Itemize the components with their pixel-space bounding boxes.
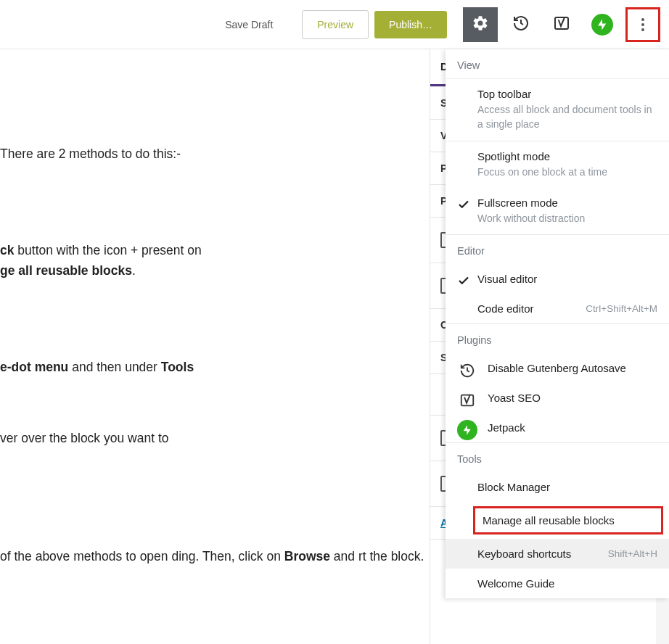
menu-yoast-seo[interactable]: Yoast SEO <box>446 383 669 413</box>
history-icon <box>457 360 477 381</box>
menu-jetpack[interactable]: Jetpack <box>446 413 669 442</box>
content-paragraph: of the above methods to open ding. Then,… <box>0 546 430 566</box>
jetpack-icon <box>457 420 477 440</box>
yoast-icon <box>553 15 570 35</box>
publish-button[interactable]: Publish… <box>374 11 447 38</box>
top-toolbar: Save Draft Preview Publish… <box>0 0 669 49</box>
kebab-icon <box>641 18 644 21</box>
editor-content[interactable]: There are 2 methods to do this:- ck butt… <box>0 49 430 644</box>
gear-icon <box>472 15 489 35</box>
dropdown-section-editor: Editor <box>446 235 669 264</box>
menu-code-editor[interactable]: Code editor Ctrl+Shift+Alt+M <box>446 294 669 323</box>
settings-button[interactable] <box>463 7 498 42</box>
preview-button[interactable]: Preview <box>302 10 369 39</box>
check-icon <box>457 274 470 289</box>
history-icon <box>512 15 530 35</box>
yoast-toolbar-button[interactable] <box>544 7 579 42</box>
menu-keyboard-shortcuts[interactable]: Keyboard shortcuts Shift+Alt+H <box>446 539 669 569</box>
more-options-dropdown: View Top toolbar Access all block and do… <box>446 49 669 598</box>
menu-fullscreen-mode[interactable]: Fullscreen mode Work without distraction <box>446 188 669 234</box>
menu-visual-editor[interactable]: Visual editor <box>446 264 669 294</box>
check-icon <box>457 198 470 213</box>
menu-top-toolbar[interactable]: Top toolbar Access all block and documen… <box>446 79 669 141</box>
menu-disable-autosave[interactable]: Disable Gutenberg Autosave <box>446 353 669 383</box>
content-paragraph: ck button with the icon + present on ge … <box>0 240 430 281</box>
menu-spotlight-mode[interactable]: Spotlight mode Focus on one block at a t… <box>446 141 669 188</box>
save-draft-button[interactable]: Save Draft <box>215 12 283 38</box>
dropdown-section-tools: Tools <box>446 443 669 472</box>
jetpack-toolbar-button[interactable] <box>585 7 620 42</box>
content-paragraph: ver over the block you want to <box>0 428 430 448</box>
jetpack-icon <box>591 14 613 36</box>
yoast-icon <box>457 390 477 410</box>
menu-block-manager[interactable]: Block Manager <box>446 472 669 502</box>
revisions-button[interactable] <box>504 7 538 42</box>
content-paragraph: e-dot menu and then under Tools <box>0 357 430 377</box>
dropdown-section-plugins: Plugins <box>446 324 669 353</box>
dropdown-section-view: View <box>446 49 669 79</box>
content-paragraph: There are 2 methods to do this:- <box>0 144 430 164</box>
menu-welcome-guide[interactable]: Welcome Guide <box>446 569 669 598</box>
more-options-button[interactable] <box>625 7 660 42</box>
menu-manage-reusable-blocks[interactable]: Manage all reusable blocks <box>446 506 669 534</box>
